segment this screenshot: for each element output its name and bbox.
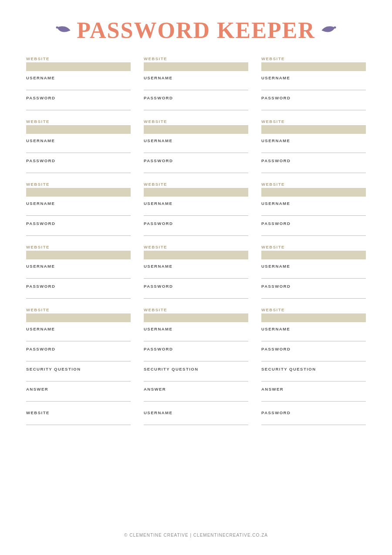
password-field[interactable] (144, 353, 248, 361)
answer-label: ANSWER (144, 387, 248, 392)
username-label: USERNAME (261, 264, 366, 269)
username-field[interactable] (261, 333, 366, 341)
username-field[interactable] (144, 270, 248, 279)
password-label: PASSWORD (144, 221, 248, 226)
username-field[interactable] (26, 333, 131, 341)
entry-col-5-2: WEBSITE USERNAME PASSWORD SECURITY QUEST… (144, 307, 248, 407)
entry-col-4-3: WEBSITE USERNAME PASSWORD (261, 245, 366, 304)
password-field[interactable] (261, 102, 366, 110)
password-field[interactable] (261, 290, 366, 299)
username-label: USERNAME (144, 201, 248, 206)
password-field[interactable] (144, 102, 248, 110)
security-question-field[interactable] (261, 373, 366, 381)
website-label: WEBSITE (261, 307, 366, 312)
website-label: WEBSITE (144, 119, 248, 124)
security-question-field[interactable] (144, 373, 248, 381)
username-field[interactable] (144, 207, 248, 216)
username-field[interactable] (261, 207, 366, 216)
entry-row-4: WEBSITE USERNAME PASSWORD WEBSITE USERNA… (26, 245, 366, 304)
password-field[interactable] (144, 164, 248, 173)
username-field[interactable] (261, 144, 366, 153)
bottom-password-field[interactable] (261, 416, 366, 425)
bottom-username-field[interactable] (144, 416, 248, 425)
website-box (26, 313, 131, 322)
username-label: USERNAME (26, 327, 131, 331)
username-field[interactable] (144, 82, 248, 90)
username-field[interactable] (144, 144, 248, 153)
entry-col-1-3: WEBSITE USERNAME PASSWORD (261, 56, 366, 116)
website-label: WEBSITE (144, 307, 248, 312)
password-field[interactable] (144, 227, 248, 236)
username-label: USERNAME (26, 138, 131, 143)
password-label: PASSWORD (144, 158, 248, 163)
password-field[interactable] (261, 353, 366, 361)
username-field[interactable] (261, 82, 366, 90)
website-box (144, 62, 248, 71)
password-label: PASSWORD (261, 284, 366, 289)
page: PASSWORD KEEPER WEBSITE USERNAME PASSWOR… (0, 0, 392, 555)
username-field[interactable] (26, 270, 131, 279)
bottom-row: WEBSITE USERNAME PASSWORD (26, 410, 366, 430)
security-question-label: SECURITY QUESTION (26, 367, 131, 371)
password-field[interactable] (261, 227, 366, 236)
website-label: WEBSITE (144, 56, 248, 61)
password-label: PASSWORD (144, 347, 248, 351)
website-label: WEBSITE (261, 119, 366, 124)
bottom-col-2: USERNAME (144, 410, 248, 430)
website-box (261, 188, 366, 197)
website-box (144, 313, 248, 322)
entry-col-2-1: WEBSITE USERNAME PASSWORD (26, 119, 131, 178)
password-label: PASSWORD (261, 95, 366, 100)
entry-col-4-1: WEBSITE USERNAME PASSWORD (26, 245, 131, 304)
username-label: USERNAME (26, 264, 131, 269)
username-label: USERNAME (26, 75, 131, 80)
password-label: PASSWORD (26, 347, 131, 351)
website-label: WEBSITE (144, 245, 248, 249)
website-label: WEBSITE (26, 245, 131, 249)
username-label: USERNAME (144, 264, 248, 269)
entry-row-5: WEBSITE USERNAME PASSWORD SECURITY QUEST… (26, 307, 366, 407)
security-question-field[interactable] (26, 373, 131, 381)
username-label: USERNAME (144, 75, 248, 80)
username-field[interactable] (261, 270, 366, 279)
password-field[interactable] (26, 353, 131, 361)
answer-field[interactable] (26, 393, 131, 402)
password-field[interactable] (26, 164, 131, 173)
entry-col-3-3: WEBSITE USERNAME PASSWORD (261, 182, 366, 241)
bottom-website-field[interactable] (26, 416, 131, 425)
website-box (144, 251, 248, 259)
answer-field[interactable] (261, 393, 366, 402)
username-field[interactable] (26, 207, 131, 216)
website-box (261, 313, 366, 322)
username-label: USERNAME (144, 327, 248, 331)
security-question-label: SECURITY QUESTION (144, 367, 248, 371)
entry-col-1-2: WEBSITE USERNAME PASSWORD (144, 56, 248, 116)
password-field[interactable] (261, 164, 366, 173)
username-field[interactable] (144, 333, 248, 341)
website-box (261, 251, 366, 259)
website-box (144, 188, 248, 197)
answer-field[interactable] (144, 393, 248, 402)
website-box (144, 125, 248, 134)
password-field[interactable] (26, 290, 131, 299)
entry-col-3-2: WEBSITE USERNAME PASSWORD (144, 182, 248, 241)
username-label: USERNAME (261, 201, 366, 206)
password-field[interactable] (26, 227, 131, 236)
username-field[interactable] (26, 82, 131, 90)
entry-row-3: WEBSITE USERNAME PASSWORD WEBSITE USERNA… (26, 182, 366, 241)
entry-col-5-1: WEBSITE USERNAME PASSWORD SECURITY QUEST… (26, 307, 131, 407)
entry-col-5-3: WEBSITE USERNAME PASSWORD SECURITY QUEST… (261, 307, 366, 407)
username-field[interactable] (26, 144, 131, 153)
website-box (26, 188, 131, 197)
password-field[interactable] (26, 102, 131, 110)
svg-point-1 (334, 26, 336, 28)
page-title: PASSWORD KEEPER (77, 17, 315, 43)
website-label: WEBSITE (144, 182, 248, 187)
password-label: PASSWORD (26, 284, 131, 289)
footer: © CLEMENTINE CREATIVE | CLEMENTINECREATI… (26, 520, 366, 538)
password-field[interactable] (144, 290, 248, 299)
website-label: WEBSITE (261, 56, 366, 61)
password-label: PASSWORD (26, 95, 131, 100)
header: PASSWORD KEEPER (26, 17, 366, 43)
bottom-col-3: PASSWORD (261, 410, 366, 430)
